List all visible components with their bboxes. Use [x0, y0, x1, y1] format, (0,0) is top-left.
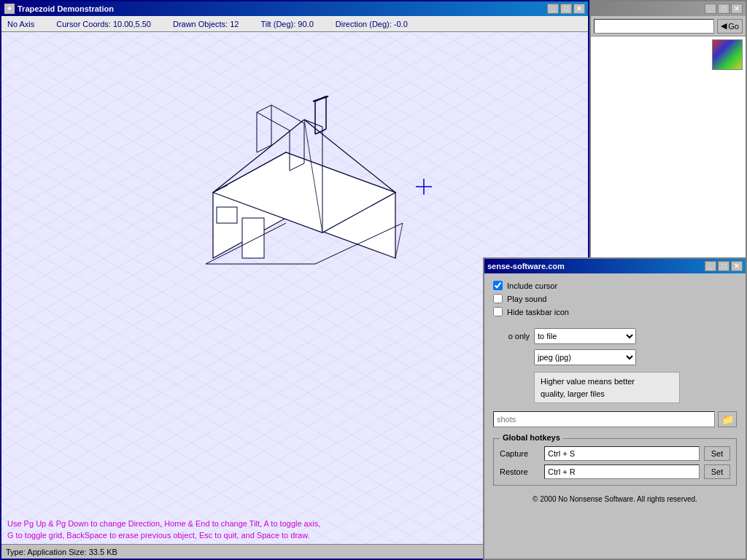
quality-line2: quality, larger files: [541, 389, 605, 398]
format-row: jpeg (jpg) png bmp gif: [493, 349, 737, 365]
quality-info: Higher value means better quality, large…: [534, 372, 680, 403]
copyright: © 2000 No Nonsense Software. All rights …: [493, 495, 737, 503]
address-bar[interactable]: [594, 19, 714, 34]
minimize-button[interactable]: _: [547, 4, 559, 14]
capture-titlebar-controls: _ □ ✕: [705, 261, 743, 271]
tilt-value: Tilt (Deg): 90.0: [260, 20, 313, 28]
browse-button[interactable]: 📁: [718, 411, 737, 427]
shots-path-input[interactable]: [493, 411, 715, 427]
window-title: Trapezoid Demonstration: [18, 4, 547, 13]
quality-line1: Higher value means better: [541, 377, 635, 386]
go-button[interactable]: ◀ Go: [717, 19, 743, 34]
right-close[interactable]: ✕: [731, 4, 743, 14]
play-sound-row: Play sound: [493, 294, 737, 303]
capture-titlebar: sense-software.com _ □ ✕: [484, 259, 746, 273]
right-minimize[interactable]: _: [705, 4, 716, 14]
save-format-select[interactable]: to file to clipboard to printer: [534, 328, 636, 344]
hide-taskbar-label: Hide taskbar icon: [507, 308, 569, 316]
capture-body: Include cursor Play sound Hide taskbar i…: [484, 273, 746, 510]
right-toolbar: ◀ Go: [591, 16, 746, 36]
capture-window: sense-software.com _ □ ✕ Include cursor …: [483, 257, 747, 560]
titlebar-controls: _ □ ✕: [547, 4, 585, 14]
close-button[interactable]: ✕: [573, 4, 585, 14]
capture-maximize[interactable]: □: [718, 261, 729, 271]
svg-rect-18: [242, 218, 264, 258]
right-browser-panel: _ □ ✕ ◀ Go: [589, 0, 747, 259]
svg-rect-19: [217, 207, 237, 223]
cursor-coords: Cursor Coords: 10.00,5.50: [56, 20, 151, 28]
hotkeys-legend: Global hotkeys: [500, 433, 563, 442]
capture-hotkey-input[interactable]: [544, 446, 700, 461]
restore-set-button[interactable]: Set: [704, 464, 730, 479]
capture-set-button[interactable]: Set: [704, 446, 730, 461]
go-label: Go: [728, 22, 739, 31]
shots-row: 📁: [493, 411, 737, 427]
restore-hotkey-input[interactable]: [544, 464, 700, 479]
right-titlebar-controls: _ □ ✕: [705, 4, 743, 14]
restore-hotkey-label: Restore: [500, 467, 540, 476]
drawn-objects: Drawn Objects: 12: [173, 20, 239, 28]
capture-hotkey-row: Capture Set: [500, 446, 730, 461]
include-cursor-row: Include cursor: [493, 281, 737, 290]
maximize-button[interactable]: □: [560, 4, 572, 14]
right-maximize[interactable]: □: [718, 4, 729, 14]
include-cursor-checkbox[interactable]: [493, 281, 503, 290]
capture-hotkey-label: Capture: [500, 449, 540, 458]
include-cursor-label: Include cursor: [507, 281, 557, 290]
capture-close[interactable]: ✕: [731, 261, 743, 271]
right-titlebar: _ □ ✕: [591, 1, 746, 16]
right-content: [591, 36, 746, 257]
go-arrow: ◀: [721, 21, 727, 31]
save-only-label: o only: [493, 332, 530, 341]
save-row: o only to file to clipboard to printer: [493, 328, 737, 344]
hide-taskbar-row: Hide taskbar icon: [493, 307, 737, 316]
capture-title-text: sense-software.com: [487, 262, 705, 271]
app-logo: [712, 39, 743, 70]
capture-minimize[interactable]: _: [705, 261, 716, 271]
restore-hotkey-row: Restore Set: [500, 464, 730, 479]
play-sound-label: Play sound: [507, 295, 546, 303]
browse-icon: 📁: [721, 413, 734, 425]
image-format-select[interactable]: jpeg (jpg) png bmp gif: [534, 349, 636, 365]
app-icon: ✦: [4, 4, 15, 14]
play-sound-checkbox[interactable]: [493, 294, 503, 303]
hide-taskbar-checkbox[interactable]: [493, 307, 503, 316]
status-bar: No Axis Cursor Coords: 10.00,5.50 Drawn …: [1, 16, 588, 32]
hotkeys-section: Global hotkeys Capture Set Restore Set: [493, 438, 737, 486]
axis-status: No Axis: [7, 20, 34, 28]
main-titlebar: ✦ Trapezoid Demonstration _ □ ✕: [1, 1, 588, 16]
direction-value: Direction (Deg): -0.0: [336, 20, 408, 28]
footer-text: Type: Application Size: 33.5 KB: [6, 548, 117, 556]
